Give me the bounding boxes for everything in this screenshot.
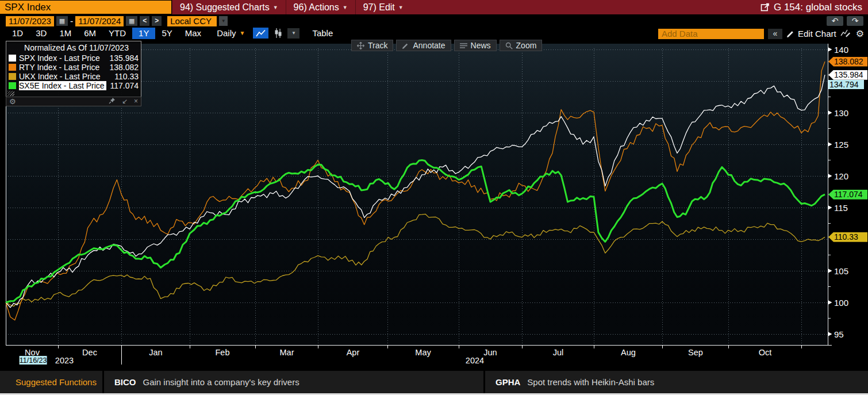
annotate-pencil-label: Annotate xyxy=(413,41,445,50)
pencil-icon xyxy=(786,30,794,38)
date-separator: - xyxy=(70,16,73,26)
sx5e-last-badge: 117.074 xyxy=(828,190,867,200)
range-tab-6m[interactable]: 6M xyxy=(78,28,102,39)
calendar-icon[interactable]: ▦ xyxy=(56,16,68,26)
redo-button[interactable]: ↷ xyxy=(847,16,863,26)
range-tab-max[interactable]: Max xyxy=(179,28,208,39)
range-tab-1y[interactable]: 1Y xyxy=(132,28,155,39)
y-axis-label: 115 xyxy=(834,203,848,213)
legend-item-spx[interactable]: SPX Index - Last Price135.984 xyxy=(6,53,141,63)
close-icon[interactable]: × xyxy=(134,97,138,106)
x-axis-month-label: Oct xyxy=(759,348,772,357)
y-axis-label: 95 xyxy=(834,329,844,339)
chart-legend[interactable]: Normalized As Of 11/07/2023 SPX Index - … xyxy=(6,41,141,97)
chevron-down-icon: ▼ xyxy=(398,5,404,10)
security-input[interactable]: SPX Index xyxy=(0,1,171,14)
legend-value: 138.082 xyxy=(109,63,139,72)
menu-actions[interactable]: 96) Actions ▼ xyxy=(286,0,355,14)
bloomberg-chart-window: SPX Index 94) Suggested Charts ▼ 96) Act… xyxy=(0,0,868,395)
annotate-button[interactable]: Annotate xyxy=(396,40,451,51)
edit-chart-button[interactable]: Edit Chart xyxy=(786,29,836,39)
legend-controls: ⚙ ↙ × xyxy=(6,97,141,106)
menu-label: 94) Suggested Charts xyxy=(180,2,270,13)
y-tick xyxy=(828,111,832,115)
x-axis-month-label: Sep xyxy=(688,348,703,357)
chevron-down-icon: ▼ xyxy=(273,5,278,10)
line-chart-icon[interactable] xyxy=(253,28,268,39)
next-period-button[interactable]: > xyxy=(152,16,162,26)
y-axis-label: 140 xyxy=(834,45,848,55)
function-code: BICO xyxy=(114,377,136,387)
gear-icon[interactable]: ⚙ xyxy=(9,97,16,106)
x-axis-year-label: 2024 xyxy=(466,356,484,365)
legend-swatch-icon xyxy=(9,64,16,71)
series-ukx-line[interactable] xyxy=(6,214,825,306)
pin-icon[interactable] xyxy=(109,97,116,106)
chart-style-dropdown[interactable]: ▼ xyxy=(287,28,299,39)
y-tick xyxy=(828,269,832,273)
x-axis-month-label: Jul xyxy=(553,348,564,357)
collapse-panel-button[interactable]: « xyxy=(768,29,782,39)
legend-item-rty[interactable]: RTY Index - Last Price138.082 xyxy=(6,63,141,72)
suggested-function-bico[interactable]: BICO Gain insight into a company's key d… xyxy=(104,371,483,393)
news-button[interactable]: News xyxy=(454,40,497,51)
title-bar: SPX Index 94) Suggested Charts ▼ 96) Act… xyxy=(0,0,868,14)
prev-period-button[interactable]: < xyxy=(140,16,149,26)
x-axis-month-label: Nov xyxy=(25,348,40,357)
function-description: Gain insight into a company's key driver… xyxy=(143,377,299,387)
menu-bar: 94) Suggested Charts ▼ 96) Actions ▼ 97)… xyxy=(172,0,868,14)
track-button[interactable]: Track xyxy=(351,40,393,51)
news-lines-label: News xyxy=(471,41,491,50)
currency-select[interactable]: Local CCY xyxy=(167,16,217,26)
legend-swatch-icon xyxy=(9,82,16,89)
date-to-input[interactable]: 11/07/2024 xyxy=(75,16,124,26)
range-tab-ytd[interactable]: YTD xyxy=(102,28,132,39)
series-sx5e-line[interactable] xyxy=(6,160,825,303)
range-tab-1m[interactable]: 1M xyxy=(53,28,78,39)
legend-item-ukx[interactable]: UKX Index - Last Price110.33 xyxy=(6,72,141,81)
minimize-icon[interactable]: ↙ xyxy=(122,97,128,106)
cursor-value-badge: 134.794 xyxy=(828,80,864,89)
legend-value: 135.984 xyxy=(109,53,139,63)
chevron-down-icon: ▼ xyxy=(343,5,348,10)
legend-item-sx5e[interactable]: SX5E Index - Last Price117.074 xyxy=(6,81,141,90)
legend-title: Normalized As Of 11/07/2023 xyxy=(6,41,141,53)
legend-value: 117.074 xyxy=(110,81,139,90)
legend-label: RTY Index - Last Price xyxy=(19,63,99,72)
x-axis-month-label: Jan xyxy=(149,348,162,357)
suggested-function-gpha[interactable]: GPHA Spot trends with Heikin-Ashi bars xyxy=(485,371,868,393)
export-icon[interactable] xyxy=(761,2,770,12)
series-spx-line[interactable] xyxy=(6,75,825,308)
x-axis-month-label: May xyxy=(415,348,431,357)
table-button[interactable]: Table xyxy=(312,28,333,38)
cursor-date-label: 11/16/23 xyxy=(20,356,47,365)
y-tick xyxy=(828,48,832,52)
add-data-input[interactable]: Add Data xyxy=(658,29,764,39)
range-tab-1d[interactable]: 1D xyxy=(6,28,29,39)
resize-grip[interactable] xyxy=(7,91,14,96)
x-axis-month-label: Feb xyxy=(216,348,230,357)
x-axis-month-label: Apr xyxy=(347,348,360,357)
chevron-down-icon[interactable]: ▼ xyxy=(219,16,228,26)
spx-last-badge: 135.984 xyxy=(828,70,867,80)
menu-label: 97) Edit xyxy=(363,2,395,13)
menu-suggested-charts[interactable]: 94) Suggested Charts ▼ xyxy=(172,0,286,14)
range-tabs: 1D3D1M6MYTD1Y5YMax xyxy=(6,28,208,39)
frequency-label: Daily xyxy=(217,28,236,38)
range-tab-3d[interactable]: 3D xyxy=(29,28,53,39)
calendar-icon[interactable]: ▦ xyxy=(126,16,137,26)
y-tick xyxy=(828,174,832,178)
magnifier-label: Zoom xyxy=(516,41,537,50)
menu-edit[interactable]: 97) Edit ▼ xyxy=(355,0,411,14)
frequency-dropdown[interactable]: Daily ▼ xyxy=(208,28,251,38)
gear-icon[interactable]: ⚙ xyxy=(856,28,864,39)
zoom-button[interactable]: Zoom xyxy=(500,40,543,51)
chart-settings-icon[interactable] xyxy=(840,28,852,40)
undo-button[interactable]: ↶ xyxy=(827,16,843,26)
candlestick-chart-icon[interactable] xyxy=(271,28,285,39)
range-tab-5y[interactable]: 5Y xyxy=(155,28,178,39)
y-axis-label: 120 xyxy=(834,171,848,181)
x-axis-month-label: Mar xyxy=(280,348,294,357)
date-from-input[interactable]: 11/07/2023 xyxy=(6,16,54,26)
legend-label: SX5E Index - Last Price xyxy=(19,81,106,90)
